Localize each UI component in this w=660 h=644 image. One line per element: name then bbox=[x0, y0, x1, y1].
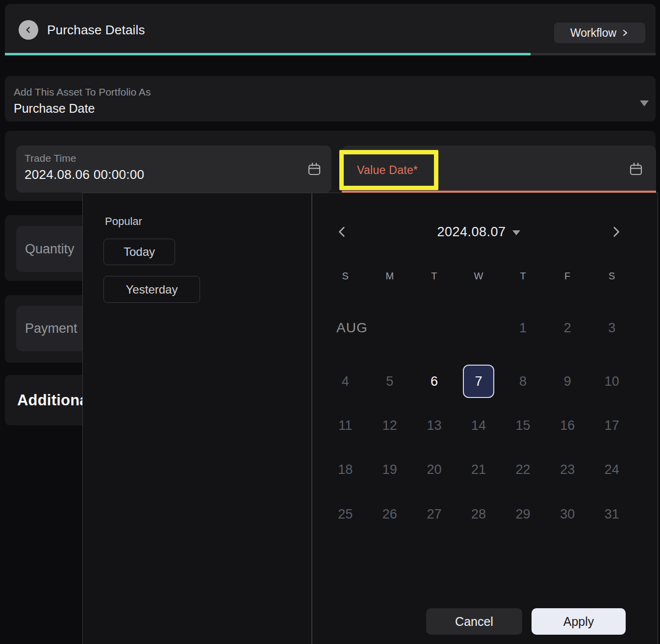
calendar-day-10[interactable]: 10 bbox=[596, 365, 628, 398]
chevron-left-icon bbox=[24, 25, 33, 35]
calendar-day-25[interactable]: 25 bbox=[330, 497, 361, 531]
calendar-cell: 27 bbox=[412, 497, 457, 531]
apply-button[interactable]: Apply bbox=[532, 608, 626, 635]
calendar-day-28[interactable]: 28 bbox=[463, 497, 494, 531]
calendar-cell bbox=[368, 311, 412, 345]
calendar-day-1[interactable]: 1 bbox=[508, 311, 539, 345]
additional-section-label: Additional bbox=[17, 375, 93, 425]
calendar-cell: 31 bbox=[589, 497, 634, 531]
purchase-details-screen: Purchase Details Workflow Add This Asset… bbox=[0, 0, 660, 644]
calendar-cell bbox=[457, 311, 501, 345]
step-progress-track bbox=[5, 53, 656, 55]
calendar-day-21[interactable]: 21 bbox=[463, 453, 494, 486]
chevron-down-icon[interactable] bbox=[640, 100, 649, 106]
add-asset-label: Add This Asset To Portfolio As bbox=[14, 86, 151, 98]
calendar-day-29[interactable]: 29 bbox=[508, 497, 539, 531]
calendar-cell: 11 bbox=[323, 409, 368, 442]
trade-time-field[interactable]: Trade Time 2024.08.06 00:00:00 bbox=[16, 146, 331, 193]
calendar-day-2[interactable]: 2 bbox=[552, 311, 583, 345]
calendar-cell: 13 bbox=[412, 409, 457, 442]
calendar-cell: 20 bbox=[412, 453, 457, 486]
calendar-day-16[interactable]: 16 bbox=[552, 409, 583, 442]
calendar-day-22[interactable]: 22 bbox=[508, 453, 539, 486]
calendar-cell: 2 bbox=[545, 311, 590, 345]
calendar-cell: 1 bbox=[501, 311, 545, 345]
calendar-cell: 30 bbox=[545, 497, 590, 531]
calendar-day-7[interactable]: 7 bbox=[463, 365, 494, 398]
month-label: AUG bbox=[336, 311, 368, 345]
calendar-icon[interactable] bbox=[628, 161, 644, 177]
calendar-cell: 23 bbox=[545, 453, 590, 486]
calendar-day-27[interactable]: 27 bbox=[418, 497, 450, 531]
calendar-day-18[interactable]: 18 bbox=[330, 453, 361, 486]
calendar-cell: 10 bbox=[589, 365, 634, 398]
calendar-day-15[interactable]: 15 bbox=[508, 409, 539, 442]
calendar-day-19[interactable]: 19 bbox=[374, 453, 406, 486]
calendar-day-empty bbox=[463, 311, 494, 345]
calendar-cell: 21 bbox=[457, 453, 501, 486]
calendar-week-row: 45678910 bbox=[323, 365, 634, 398]
calendar-week-row: 18192021222324 bbox=[323, 453, 634, 486]
calendar-day-26[interactable]: 26 bbox=[374, 497, 406, 531]
add-asset-value: Purchase Date bbox=[14, 101, 95, 116]
trade-time-label: Trade Time bbox=[25, 152, 76, 164]
calendar-cell: 3 bbox=[589, 311, 634, 345]
calendar-cell: 17 bbox=[589, 409, 634, 442]
calendar-day-empty bbox=[418, 311, 450, 345]
calendar-cell: 22 bbox=[501, 453, 545, 486]
calendar-cell: 25 bbox=[323, 497, 368, 531]
calendar-week-row: 25262728293031 bbox=[323, 497, 634, 531]
calendar-day-12[interactable]: 12 bbox=[374, 409, 406, 442]
back-button[interactable] bbox=[19, 20, 38, 40]
calendar-cell: 29 bbox=[501, 497, 545, 531]
calendar-day-23[interactable]: 23 bbox=[552, 453, 583, 486]
calendar-day-11[interactable]: 11 bbox=[330, 409, 361, 442]
calendar-day-24[interactable]: 24 bbox=[596, 453, 628, 486]
calendar-cell: 12 bbox=[368, 409, 412, 442]
calendar-day-13[interactable]: 13 bbox=[418, 409, 450, 442]
top-bar: Purchase Details Workflow bbox=[5, 4, 656, 53]
calendar-cell: 6 bbox=[412, 365, 457, 398]
workflow-button-label: Workflow bbox=[570, 26, 616, 40]
popup-divider bbox=[311, 193, 312, 644]
yesterday-button[interactable]: Yesterday bbox=[103, 276, 200, 303]
popular-section-label: Popular bbox=[105, 215, 142, 228]
calendar-day-4[interactable]: 4 bbox=[330, 365, 361, 398]
workflow-button[interactable]: Workflow bbox=[554, 23, 645, 43]
calendar-cell: 14 bbox=[457, 409, 501, 442]
calendar-day-31[interactable]: 31 bbox=[596, 497, 628, 531]
trade-time-value: 2024.08.06 00:00:00 bbox=[25, 167, 144, 182]
calendar-cell: 28 bbox=[457, 497, 501, 531]
calendar-cell: 8 bbox=[501, 365, 545, 398]
calendar-day-30[interactable]: 30 bbox=[552, 497, 583, 531]
page-title: Purchase Details bbox=[47, 20, 145, 40]
today-button[interactable]: Today bbox=[103, 239, 175, 265]
calendar-day-6[interactable]: 6 bbox=[418, 365, 450, 398]
payment-label: Payment bbox=[25, 306, 77, 351]
calendar-day-20[interactable]: 20 bbox=[418, 453, 450, 486]
date-picker-popup: Popular Today Yesterday 2024.08.07 SMTWT… bbox=[82, 193, 658, 644]
calendar-cell: 24 bbox=[589, 453, 634, 486]
calendar-cell: 4 bbox=[323, 365, 368, 398]
calendar-cell: 5 bbox=[368, 365, 412, 398]
calendar-day-5[interactable]: 5 bbox=[374, 365, 406, 398]
calendar-day-14[interactable]: 14 bbox=[463, 409, 494, 442]
calendar-cell: 18 bbox=[323, 453, 368, 486]
calendar-day-9[interactable]: 9 bbox=[552, 365, 583, 398]
add-asset-dropdown[interactable]: Add This Asset To Portfolio As Purchase … bbox=[5, 76, 656, 122]
calendar-day-8[interactable]: 8 bbox=[508, 365, 539, 398]
calendar-day-3[interactable]: 3 bbox=[596, 311, 628, 345]
calendar-cell: 7 bbox=[457, 365, 501, 398]
calendar-week-row: 11121314151617 bbox=[323, 409, 634, 442]
calendar-cell: 9 bbox=[545, 365, 590, 398]
calendar-cell: 15 bbox=[501, 409, 545, 442]
calendar-cell: 19 bbox=[368, 453, 412, 486]
calendar-day-empty bbox=[374, 311, 406, 345]
calendar-week-row: 123 bbox=[323, 311, 634, 345]
value-date-field[interactable]: Value Date* bbox=[342, 146, 656, 193]
value-date-label: Value Date* bbox=[357, 164, 418, 177]
calendar-day-17[interactable]: 17 bbox=[596, 409, 628, 442]
cancel-button[interactable]: Cancel bbox=[426, 608, 522, 635]
chevron-right-icon bbox=[621, 29, 629, 37]
calendar-icon[interactable] bbox=[306, 161, 322, 177]
